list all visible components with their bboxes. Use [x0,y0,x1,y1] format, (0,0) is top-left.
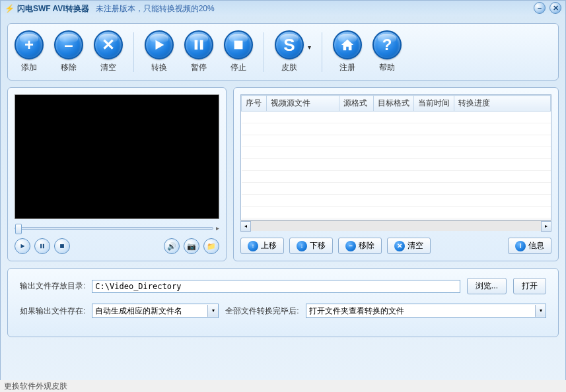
if-exists-combo[interactable]: 自动生成相应的新文件名 ▾ [92,304,219,318]
app-title: 闪电SWF AVI转换器 [17,3,89,15]
col-source[interactable]: 视频源文件 [267,96,339,112]
output-dir-input[interactable] [92,280,460,293]
arrow-up-icon: ↑ [248,241,258,251]
slider-end-mark: ▸ [216,224,219,232]
table-row[interactable] [242,183,551,195]
minimize-button[interactable]: – [534,2,546,14]
app-window: ⚡ 闪电SWF AVI转换器 未注册版本，只能转换视频的20% – ✕ + 添加… [0,0,566,392]
skin-dropdown-arrow[interactable]: ▾ [308,44,311,51]
clear-button[interactable]: ✕ 清空 [94,30,123,73]
home-icon [340,38,355,52]
table-row[interactable] [242,159,551,171]
browse-button[interactable]: 浏览... [467,278,507,294]
convert-button[interactable]: 转换 [145,30,174,73]
remove-button[interactable]: – 移除 [54,30,83,73]
play-icon [152,38,166,52]
skin-button[interactable]: S 皮肤 [275,30,304,73]
title-note: 未注册版本，只能转换视频的20% [96,3,215,15]
preview-stop-button[interactable] [54,238,70,254]
table-row[interactable] [242,207,551,218]
snapshot-button[interactable]: 📷 [184,238,199,254]
play-icon [19,243,26,249]
titlebar: ⚡ 闪电SWF AVI转换器 未注册版本，只能转换视频的20% – ✕ [1,1,565,16]
question-icon: ? [382,37,392,53]
x-icon: ✕ [394,241,405,251]
seek-slider[interactable] [15,227,213,230]
open-button[interactable]: 打开 [513,278,546,294]
move-up-button[interactable]: ↑上移 [240,238,284,254]
file-table[interactable]: 序号 视频源文件 源格式 目标格式 当前时间 转换进度 [240,94,551,220]
file-list-panel: 序号 视频源文件 源格式 目标格式 当前时间 转换进度 [233,87,559,261]
help-button[interactable]: ? 帮助 [372,30,402,73]
plus-icon: + [24,37,34,53]
after-done-label: 全部文件转换完毕后: [225,306,299,317]
seek-thumb[interactable] [15,224,22,234]
status-bar: 更换软件外观皮肤 [0,380,566,392]
info-icon: i [515,241,526,251]
col-index[interactable]: 序号 [242,96,267,112]
table-row[interactable] [242,195,551,207]
skin-icon: S [283,36,295,53]
horizontal-scrollbar[interactable]: ◂ ▸ [240,220,551,231]
col-progress[interactable]: 转换进度 [454,96,551,112]
camera-icon: 📷 [187,242,196,251]
folder-icon: 📁 [207,242,216,251]
stop-icon [59,243,65,249]
x-icon: ✕ [102,37,115,53]
pause-icon [39,243,46,249]
minus-icon: – [64,37,73,53]
minus-icon: – [345,241,356,251]
stop-button[interactable]: 停止 [224,30,253,73]
chevron-down-icon: ▾ [207,305,218,317]
list-clear-button[interactable]: ✕清空 [387,238,431,254]
folder-button[interactable]: 📁 [203,238,219,254]
pause-icon [192,38,206,52]
register-button[interactable]: 注册 [333,30,362,73]
scroll-right-arrow[interactable]: ▸ [541,221,551,232]
output-settings-panel: 输出文件存放目录: 浏览... 打开 如果输出文件存在: 自动生成相应的新文件名… [7,268,559,337]
if-exists-label: 如果输出文件存在: [20,306,85,317]
table-row[interactable] [242,171,551,183]
arrow-down-icon: ↓ [297,241,307,251]
preview-pause-button[interactable] [34,238,50,254]
chevron-down-icon: ▾ [535,305,546,317]
list-remove-button[interactable]: –移除 [338,238,382,254]
output-dir-label: 输出文件存放目录: [20,280,85,292]
preview-panel: ▸ 🔊 📷 📁 [7,87,227,261]
main-toolbar: + 添加 – 移除 ✕ 清空 转换 暂停 停止 [7,23,559,81]
bolt-icon: ⚡ [5,4,15,13]
table-row[interactable] [242,147,551,159]
scroll-left-arrow[interactable]: ◂ [240,221,251,232]
video-preview [15,94,219,219]
preview-play-button[interactable] [15,238,30,254]
add-button[interactable]: + 添加 [15,30,44,73]
close-button[interactable]: ✕ [549,2,561,14]
table-row[interactable] [242,112,551,123]
status-text: 更换软件外观皮肤 [4,381,67,391]
col-time[interactable]: 当前时间 [414,96,454,112]
col-src-fmt[interactable]: 源格式 [339,96,374,112]
speaker-icon: 🔊 [167,242,176,251]
info-button[interactable]: i信息 [508,238,551,254]
volume-button[interactable]: 🔊 [164,238,180,254]
pause-button[interactable]: 暂停 [184,30,213,73]
table-row[interactable] [242,123,551,135]
after-done-combo[interactable]: 打开文件夹查看转换的文件 ▾ [306,304,546,318]
col-dst-fmt[interactable]: 目标格式 [374,96,414,112]
table-row[interactable] [242,135,551,147]
stop-icon [231,38,246,52]
move-down-button[interactable]: ↓下移 [289,238,333,254]
